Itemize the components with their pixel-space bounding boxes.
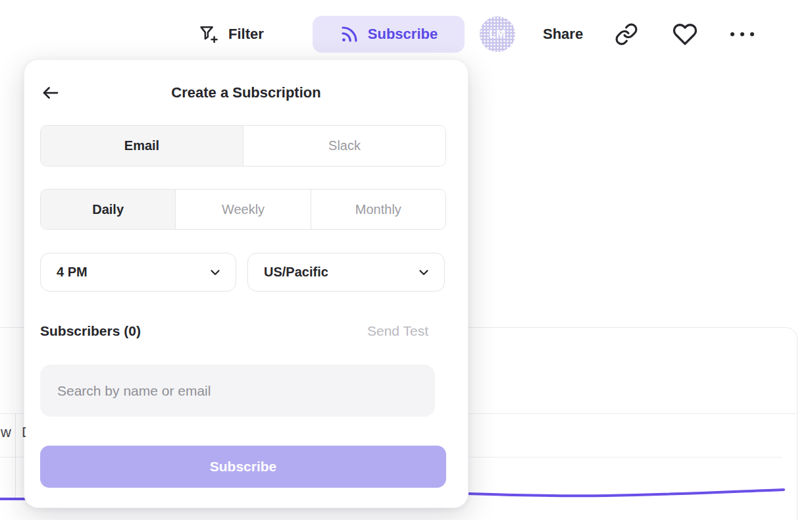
subscriber-search-input[interactable] — [40, 365, 435, 417]
background-clipped-text: D — [22, 424, 26, 441]
tab-email[interactable]: Email — [41, 126, 243, 166]
filter-plus-icon — [198, 24, 219, 45]
favorite-button[interactable] — [672, 22, 698, 47]
channel-segmented-control: Email Slack — [40, 125, 446, 167]
avatar-initials: LM — [489, 28, 506, 41]
copy-link-button[interactable] — [615, 22, 638, 46]
rss-icon — [340, 24, 359, 44]
send-test-button[interactable]: Send Test — [367, 323, 428, 339]
time-select[interactable]: 4 PM — [40, 253, 236, 292]
tab-slack[interactable]: Slack — [243, 126, 445, 166]
filter-label: Filter — [228, 26, 264, 43]
subscribe-toolbar-button[interactable]: Subscribe — [313, 16, 465, 53]
subscribers-count-label: Subscribers (0) — [40, 323, 141, 339]
page: w D Filter Subscribe LM Share — [0, 0, 812, 520]
subscribe-toolbar-label: Subscribe — [368, 26, 438, 43]
tab-monthly[interactable]: Monthly — [311, 190, 445, 229]
chevron-down-icon — [417, 265, 431, 280]
heart-icon — [672, 22, 698, 47]
more-options-button[interactable] — [730, 32, 754, 36]
create-subscription-modal: Create a Subscription Email Slack Daily … — [24, 59, 469, 508]
share-button[interactable]: Share — [543, 17, 583, 51]
frequency-segmented-control: Daily Weekly Monthly — [40, 189, 446, 230]
background-partial-text: w — [1, 424, 11, 441]
filter-button[interactable]: Filter — [198, 17, 264, 51]
tab-daily[interactable]: Daily — [41, 190, 175, 229]
share-label: Share — [543, 26, 583, 43]
ellipsis-icon — [730, 32, 754, 36]
tab-weekly[interactable]: Weekly — [175, 190, 310, 229]
modal-title: Create a Subscription — [24, 84, 468, 101]
timezone-select-value: US/Pacific — [264, 265, 417, 280]
chevron-down-icon — [208, 265, 222, 280]
timezone-select[interactable]: US/Pacific — [247, 253, 445, 292]
subscribe-submit-button[interactable]: Subscribe — [40, 446, 446, 488]
link-icon — [615, 22, 638, 46]
time-select-value: 4 PM — [57, 265, 208, 280]
avatar[interactable]: LM — [480, 16, 515, 52]
